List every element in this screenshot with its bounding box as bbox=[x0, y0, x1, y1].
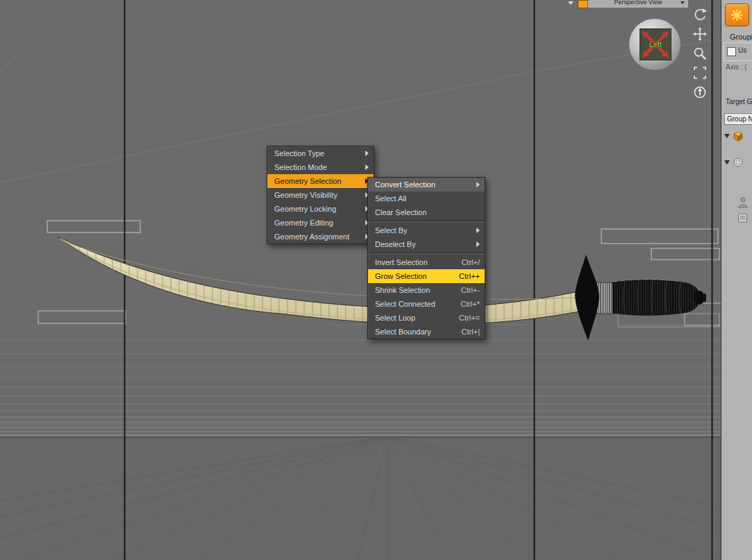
submenu-arrow-icon bbox=[365, 151, 369, 156]
menu-item-select-connected[interactable]: Select Connected Ctrl+* bbox=[368, 297, 485, 311]
tree-node-geometry[interactable] bbox=[724, 157, 744, 168]
application-window: Perspective View bbox=[0, 0, 752, 560]
menu-item-select-loop[interactable]: Select Loop Ctrl+= bbox=[368, 311, 485, 325]
menu-item-deselect-by[interactable]: Deselect By bbox=[368, 237, 485, 251]
blade-mesh bbox=[58, 237, 596, 325]
use-checkbox-label: Us bbox=[738, 46, 746, 54]
submenu-arrow-icon bbox=[476, 228, 480, 233]
submenu-arrow-icon bbox=[365, 164, 369, 170]
blade-fuller-line bbox=[60, 239, 594, 292]
tool-settings-button[interactable] bbox=[725, 3, 749, 26]
menu-item-shrink-selection[interactable]: Shrink Selection Ctrl+- bbox=[368, 283, 485, 297]
tree-node-root[interactable] bbox=[724, 130, 744, 142]
axis-label: Axis : ( bbox=[726, 63, 747, 71]
menu-item-select-all[interactable]: Select All bbox=[368, 192, 485, 205]
use-groupbox: Us bbox=[724, 42, 752, 61]
camera-view-label: Perspective View bbox=[615, 0, 662, 6]
submenu-arrow-icon bbox=[476, 182, 480, 187]
home-icon[interactable] bbox=[692, 85, 708, 100]
menu-item-geometry-locking[interactable]: Geometry Locking bbox=[267, 202, 374, 216]
geometry-selection-submenu: Convert Selection Select All Clear Selec… bbox=[367, 177, 485, 339]
menu-item-select-boundary[interactable]: Select Boundary Ctrl+| bbox=[368, 325, 485, 339]
viewport-context-menu: Selection Type Selection Mode Geometry S… bbox=[267, 146, 374, 244]
pan-icon[interactable] bbox=[692, 26, 708, 42]
menu-item-invert-selection[interactable]: Invert Selection Ctrl+/ bbox=[368, 255, 485, 269]
group-name-field[interactable]: Group N bbox=[724, 113, 752, 125]
cube-icon bbox=[733, 130, 744, 142]
starburst-icon bbox=[730, 8, 744, 22]
target-group-label: Target G bbox=[726, 98, 752, 105]
view-cube-face[interactable]: Left bbox=[640, 28, 671, 60]
3d-viewport[interactable] bbox=[0, 0, 721, 560]
submenu-arrow-icon bbox=[476, 241, 480, 247]
viewport-nav-tools bbox=[692, 7, 709, 100]
menu-item-clear-selection[interactable]: Clear Selection bbox=[368, 205, 485, 219]
menu-item-select-by[interactable]: Select By bbox=[368, 223, 485, 237]
figure-icon[interactable] bbox=[737, 196, 749, 209]
group-icon[interactable] bbox=[737, 212, 748, 223]
menu-item-geometry-editing[interactable]: Geometry Editing bbox=[267, 216, 374, 230]
sword-guard bbox=[575, 255, 599, 341]
frame-icon[interactable] bbox=[692, 65, 708, 80]
menu-item-convert-selection[interactable]: Convert Selection bbox=[368, 178, 485, 192]
orbit-icon[interactable] bbox=[692, 7, 708, 22]
menu-item-geometry-selection[interactable]: Geometry Selection bbox=[267, 174, 374, 188]
sphere-icon bbox=[733, 157, 744, 168]
menu-item-grow-selection[interactable]: Grow Selection Ctrl++ bbox=[368, 269, 485, 283]
use-checkbox[interactable] bbox=[727, 47, 736, 56]
ground-grid bbox=[0, 308, 721, 438]
tree-expander-icon[interactable] bbox=[724, 134, 730, 138]
menu-item-selection-mode[interactable]: Selection Mode bbox=[267, 160, 374, 174]
camera-view-dropdown[interactable]: Perspective View bbox=[587, 0, 689, 8]
zoom-icon[interactable] bbox=[692, 46, 708, 61]
view-cube-face-label: Left bbox=[640, 29, 671, 60]
menu-item-geometry-visibility[interactable]: Geometry Visibility bbox=[267, 188, 374, 202]
menu-item-selection-type[interactable]: Selection Type bbox=[267, 146, 374, 160]
panel-title: Groupi bbox=[730, 33, 752, 41]
grip-mesh bbox=[612, 280, 700, 316]
floor-foreground bbox=[0, 436, 721, 560]
pommel-cap bbox=[703, 294, 706, 302]
menu-separator bbox=[369, 252, 484, 255]
view-cube[interactable]: Left bbox=[629, 19, 680, 70]
dropdown-caret-icon bbox=[680, 1, 685, 4]
menu-separator bbox=[369, 220, 484, 223]
menu-item-geometry-assignment[interactable]: Geometry Assignment bbox=[267, 230, 374, 244]
tool-settings-panel: Groupi Us Axis : ( Target G Group N bbox=[721, 0, 752, 560]
camera-options-caret-icon[interactable] bbox=[568, 1, 574, 5]
camera-cube-icon[interactable] bbox=[578, 0, 588, 8]
tree-expander-icon[interactable] bbox=[724, 160, 730, 164]
